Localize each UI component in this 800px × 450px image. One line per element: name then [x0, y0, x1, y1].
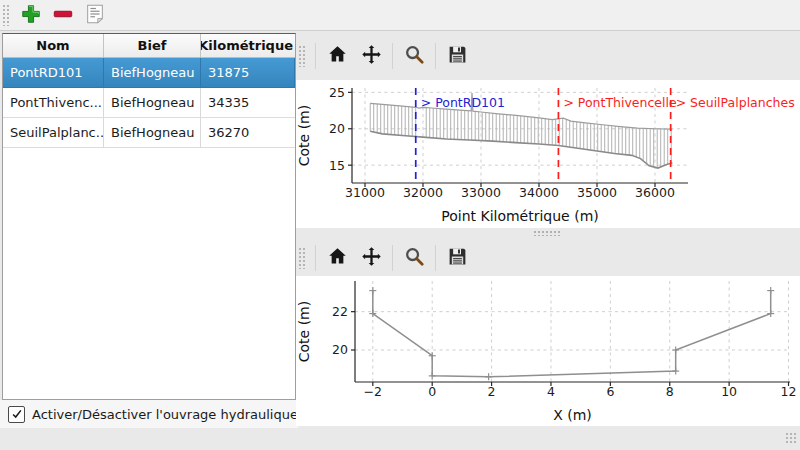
svg-text:36000: 36000 — [635, 185, 675, 200]
remove-button[interactable] — [48, 2, 78, 28]
separator — [392, 43, 393, 69]
toolbar-drag-handle[interactable] — [298, 247, 305, 269]
svg-text:−2: −2 — [364, 384, 382, 399]
toolbar-drag-handle[interactable] — [298, 45, 305, 67]
toolbar-drag-handle[interactable] — [2, 4, 9, 26]
cell-bief: BiefHogneau — [104, 58, 201, 87]
svg-text:2: 2 — [488, 384, 496, 399]
activate-checkbox[interactable] — [8, 406, 25, 423]
window-resize-grip[interactable] — [785, 432, 798, 445]
home-icon — [327, 44, 348, 68]
horizontal-splitter-handle[interactable] — [533, 230, 561, 236]
svg-text:20: 20 — [332, 342, 348, 357]
svg-text:0: 0 — [428, 384, 436, 399]
cell-pk: 36270 — [201, 118, 295, 147]
svg-text:> PontRD101: > PontRD101 — [421, 95, 505, 110]
separator — [435, 245, 436, 271]
save-floppy-icon — [447, 44, 468, 68]
zoom-button[interactable] — [397, 243, 431, 273]
document-icon — [84, 3, 106, 28]
svg-text:22: 22 — [332, 304, 348, 319]
zoom-button[interactable] — [397, 41, 431, 71]
cell-nom: PontThivenc... — [3, 88, 104, 117]
separator — [435, 43, 436, 69]
svg-text:15: 15 — [329, 158, 345, 173]
cell-nom: PontRD101 — [3, 58, 104, 87]
plus-icon — [20, 3, 42, 28]
svg-text:10: 10 — [721, 384, 737, 399]
svg-text:> PontThivencelle: > PontThivencelle — [563, 95, 677, 110]
minus-icon — [52, 3, 74, 28]
save-button[interactable] — [440, 243, 474, 273]
checkmark-icon — [11, 405, 23, 424]
svg-text:32000: 32000 — [403, 185, 443, 200]
magnifier-icon — [404, 44, 425, 68]
cell-pk: 34335 — [201, 88, 295, 117]
table-row[interactable]: PontRD101 BiefHogneau 31875 — [3, 58, 295, 88]
pan-button[interactable] — [354, 41, 388, 71]
pan-arrows-icon — [361, 44, 382, 68]
table-header: Nom Bief nt Kilométrique — [3, 34, 295, 58]
svg-text:4: 4 — [547, 384, 555, 399]
cell-bief: BiefHogneau — [104, 118, 201, 147]
svg-text:6: 6 — [606, 384, 614, 399]
svg-text:35000: 35000 — [577, 185, 617, 200]
home-button[interactable] — [320, 243, 354, 273]
svg-text:8: 8 — [666, 384, 674, 399]
pan-button[interactable] — [354, 243, 388, 273]
longitudinal-profile-chart[interactable]: 310003200033000340003500036000152025> Po… — [296, 80, 800, 228]
separator — [392, 245, 393, 271]
svg-text:25: 25 — [329, 85, 345, 100]
section-chart-toolbar — [296, 240, 800, 276]
cell-pk: 31875 — [201, 58, 295, 87]
svg-text:X (m): X (m) — [553, 407, 592, 423]
application-window: Nom Bief nt Kilométrique PontRD101 BiefH… — [0, 0, 800, 450]
checkbox-label: Activer/Désactiver l'ouvrage hydraulique — [32, 407, 298, 422]
home-icon — [327, 246, 348, 270]
add-button[interactable] — [16, 2, 46, 28]
separator — [315, 245, 316, 271]
table-row[interactable]: SeuilPalplanc... BiefHogneau 36270 — [3, 118, 295, 148]
svg-text:34000: 34000 — [519, 185, 559, 200]
svg-text:31000: 31000 — [345, 185, 385, 200]
column-header-pk[interactable]: nt Kilométrique — [201, 34, 295, 57]
cross-section-chart[interactable]: −20246810122022X (m)Cote (m) — [296, 276, 800, 426]
separator — [315, 43, 316, 69]
svg-text:33000: 33000 — [461, 185, 501, 200]
cross-section-canvas[interactable]: −20246810122022X (m)Cote (m) — [296, 276, 800, 426]
column-header-nom[interactable]: Nom — [3, 34, 104, 57]
notes-button[interactable] — [80, 2, 110, 28]
svg-text:Cote (m): Cote (m) — [296, 105, 312, 166]
main-toolbar — [0, 0, 800, 31]
save-button[interactable] — [440, 41, 474, 71]
magnifier-icon — [404, 246, 425, 270]
svg-text:20: 20 — [329, 121, 345, 136]
profile-chart-toolbar — [296, 31, 800, 80]
longitudinal-profile-canvas[interactable]: 310003200033000340003500036000152025> Po… — [296, 80, 800, 228]
home-button[interactable] — [320, 41, 354, 71]
svg-text:Point Kilométrique (m): Point Kilométrique (m) — [441, 208, 599, 224]
activate-checkbox-row: Activer/Désactiver l'ouvrage hydraulique — [0, 400, 298, 428]
cell-bief: BiefHogneau — [104, 88, 201, 117]
table-row[interactable]: PontThivenc... BiefHogneau 34335 — [3, 88, 295, 118]
structures-table-panel: Nom Bief nt Kilométrique PontRD101 BiefH… — [2, 33, 296, 400]
svg-text:12: 12 — [781, 384, 797, 399]
save-floppy-icon — [447, 246, 468, 270]
pan-arrows-icon — [361, 246, 382, 270]
svg-text:Cote (m): Cote (m) — [296, 301, 312, 362]
svg-text:> SeuilPalplanches: > SeuilPalplanches — [676, 95, 795, 110]
column-header-bief[interactable]: Bief — [104, 34, 201, 57]
cell-nom: SeuilPalplanc... — [3, 118, 104, 147]
